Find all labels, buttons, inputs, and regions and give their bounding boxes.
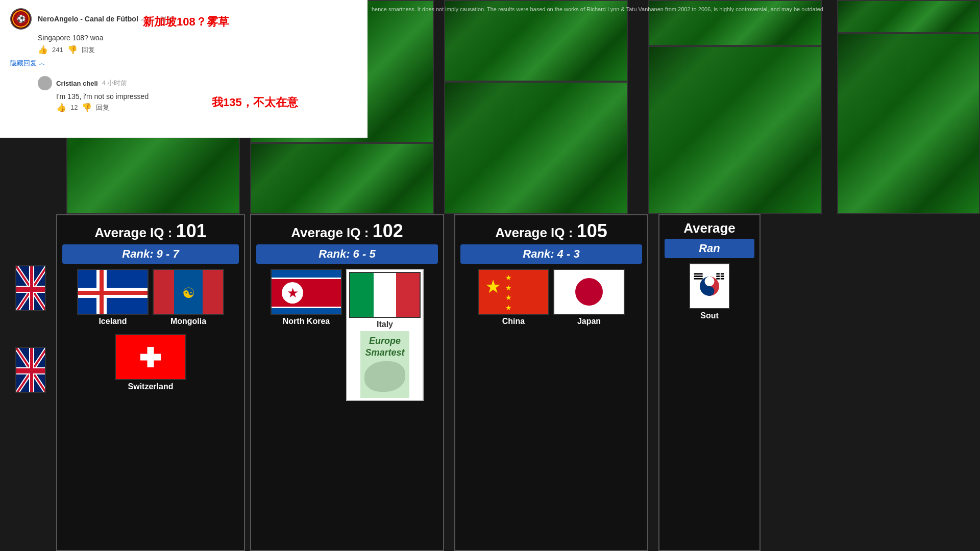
reply-text: I'm 135, i'm not so impressed bbox=[56, 92, 357, 101]
china-small-stars: ★ ★ ★ ★ bbox=[505, 273, 512, 313]
video-background: hence smartness. It does not imply causa… bbox=[0, 0, 980, 551]
iceland-label: Iceland bbox=[99, 317, 127, 326]
iq-title-4: Average bbox=[659, 215, 760, 239]
mongolia-symbol: ☯ bbox=[182, 285, 195, 302]
flag-item-italy-highlighted: Italy Europe Smartest bbox=[346, 269, 424, 401]
flag-southkorea bbox=[689, 263, 730, 309]
flag-mongolia: ☯ bbox=[153, 269, 224, 315]
reply-avatar bbox=[38, 76, 52, 90]
marble-bar-9 bbox=[837, 33, 980, 214]
avatar-inner: ⚽ bbox=[12, 10, 30, 28]
flag-item-china: ★ ★ ★ ★ ★ China bbox=[478, 269, 549, 326]
iq-card-101: Average IQ : 101 Rank: 9 - 7 Iceland ☯ bbox=[56, 214, 245, 551]
iceland-cross-h bbox=[78, 291, 149, 295]
iq-title-3: Average IQ : 105 bbox=[455, 215, 647, 244]
rank-badge-3: Rank: 4 - 3 bbox=[460, 244, 642, 264]
flag-italy bbox=[349, 272, 421, 318]
svg-rect-3 bbox=[694, 276, 703, 277]
flag-japan bbox=[553, 269, 625, 315]
europe-map bbox=[364, 361, 405, 392]
italy-label: Italy bbox=[377, 320, 393, 329]
disclaimer-text: hence smartness. It does not imply causa… bbox=[368, 4, 980, 14]
flag-partial-uk bbox=[15, 265, 46, 311]
nk-circle: ★ bbox=[282, 282, 303, 304]
cn-comment-1: 新加坡108？雾草 bbox=[143, 14, 229, 30]
like-row-main: 👍 241 👎 回复 bbox=[38, 45, 357, 55]
japan-label: Japan bbox=[577, 317, 601, 326]
flag-item-switzerland: Switzerland bbox=[115, 334, 186, 391]
iq-title-1: Average IQ : 101 bbox=[57, 215, 244, 244]
switzerland-label: Switzerland bbox=[128, 382, 174, 391]
svg-rect-8 bbox=[721, 276, 724, 277]
comment-text: Singapore 108? woa bbox=[38, 34, 357, 42]
nk-star: ★ bbox=[287, 286, 299, 299]
reply-btn-main[interactable]: 回复 bbox=[82, 45, 95, 55]
nk-white-bottom bbox=[272, 307, 342, 308]
italy-white bbox=[374, 273, 397, 318]
rank-badge-2: Rank: 6 - 5 bbox=[256, 244, 438, 264]
iq-card-partial: Average Ran bbox=[658, 214, 761, 551]
comment-overlay: ⚽ NeroAngelo - Canal de Fútbol ✓ 4 小时前 S… bbox=[0, 0, 368, 138]
flag-northkorea: ★ bbox=[271, 269, 342, 315]
reply-header: Cristian cheli 4 小时前 bbox=[38, 76, 357, 90]
svg-rect-10 bbox=[721, 278, 724, 280]
flag-iceland bbox=[77, 269, 149, 315]
china-star-2: ★ bbox=[505, 283, 512, 293]
collapse-btn[interactable]: 隐藏回复 ︿ bbox=[10, 59, 357, 68]
svg-rect-28 bbox=[16, 368, 46, 373]
like-count-main: 241 bbox=[52, 46, 63, 54]
italy-popup-line1: Europe bbox=[364, 335, 405, 347]
iq-title-2: Average IQ : 102 bbox=[251, 215, 443, 244]
flag-item-southkorea: Sout bbox=[689, 263, 730, 320]
rank-badge-1: Rank: 9 - 7 bbox=[62, 244, 239, 264]
italy-popup: Europe Smartest bbox=[360, 331, 409, 398]
flag-switzerland bbox=[115, 334, 186, 380]
svg-rect-19 bbox=[16, 287, 46, 292]
china-star-3: ★ bbox=[505, 293, 512, 303]
southkorea-label: Sout bbox=[700, 311, 719, 320]
like-icon-main[interactable]: 👍 bbox=[38, 45, 48, 55]
svg-rect-4 bbox=[694, 278, 703, 280]
avatar-icon: ⚽ bbox=[17, 15, 26, 23]
japan-circle bbox=[575, 278, 603, 306]
flag-item-iceland: Iceland bbox=[77, 269, 149, 326]
svg-rect-5 bbox=[716, 273, 720, 274]
avatar: ⚽ bbox=[10, 8, 32, 30]
reply-btn-sub[interactable]: 回复 bbox=[96, 103, 109, 112]
reply-dislike-icon[interactable]: 👎 bbox=[82, 103, 92, 112]
flag-china: ★ ★ ★ ★ ★ bbox=[478, 269, 549, 315]
flag-partial-uk2 bbox=[15, 347, 46, 393]
svg-rect-7 bbox=[716, 276, 720, 277]
svg-rect-6 bbox=[721, 273, 724, 274]
flag-item-mongolia: ☯ Mongolia bbox=[153, 269, 224, 326]
china-label: China bbox=[502, 317, 525, 326]
reply-timestamp: 4 小时前 bbox=[102, 79, 128, 88]
rank-badge-4: Ran bbox=[665, 239, 754, 258]
marble-bar-8 bbox=[648, 46, 822, 214]
svg-rect-2 bbox=[694, 273, 703, 274]
iq-card-105: Average IQ : 105 Rank: 4 - 3 ★ ★ ★ ★ ★ C… bbox=[454, 214, 648, 551]
nk-white-top bbox=[272, 278, 342, 279]
china-star-4: ★ bbox=[505, 303, 512, 313]
svg-rect-9 bbox=[716, 278, 720, 280]
mongolia-stripe-right bbox=[203, 270, 223, 315]
marble-bar-6 bbox=[250, 143, 434, 214]
reply-username: Cristian cheli bbox=[56, 80, 98, 87]
china-star-1: ★ bbox=[505, 273, 512, 283]
italy-red bbox=[396, 273, 420, 318]
flag-item-japan: Japan bbox=[553, 269, 625, 326]
italy-popup-line2: Smartest bbox=[364, 347, 405, 359]
italy-green bbox=[350, 273, 374, 318]
dislike-icon-main[interactable]: 👎 bbox=[67, 45, 78, 55]
flags-row-1b: Switzerland bbox=[57, 334, 244, 394]
reply-like-icon[interactable]: 👍 bbox=[56, 103, 66, 112]
marble-bar-7 bbox=[444, 82, 628, 214]
cn-comment-2: 我135，不太在意 bbox=[212, 95, 298, 110]
china-big-star: ★ bbox=[485, 276, 501, 297]
flags-row-2: ★ North Korea Italy Europe Smartest bbox=[251, 269, 443, 404]
mongolia-stripe-left bbox=[154, 270, 174, 315]
mongolia-label: Mongolia bbox=[170, 317, 206, 326]
flags-row-4: Sout bbox=[659, 263, 760, 323]
commenter-username: NeroAngelo - Canal de Fútbol bbox=[38, 15, 138, 23]
swiss-cross bbox=[140, 347, 161, 367]
